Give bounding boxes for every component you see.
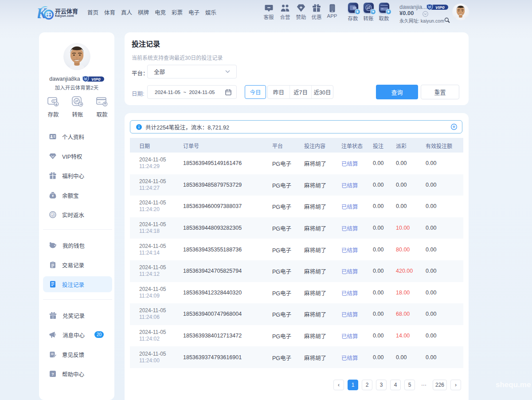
svg-text:VIP0: VIP0 [91,77,101,82]
svg-text:开云体育: 开云体育 [55,8,78,15]
svg-text:J: J [52,213,54,216]
svg-text:VIP0: VIP0 [435,5,445,10]
svg-text:Kaiyun.com: Kaiyun.com [55,14,74,18]
svg-text:?: ? [51,372,54,376]
